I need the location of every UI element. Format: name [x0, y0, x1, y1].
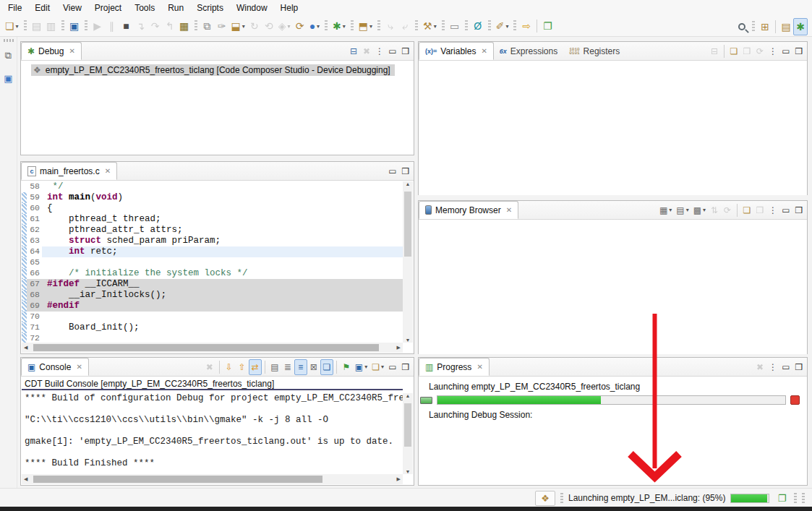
pin-console-button[interactable]: ⚑ — [340, 359, 353, 375]
search-button[interactable] — [735, 18, 749, 35]
open-command-shell-button[interactable]: ▭ — [448, 17, 462, 35]
scroll-up-icon[interactable]: ▲ — [406, 181, 411, 186]
console-horizontal-scrollbar[interactable]: ◀ ▶ — [22, 474, 403, 484]
tab-console[interactable]: ▣ Console ✕ — [21, 358, 89, 376]
debug-session-row[interactable]: ❖ empty_LP_EM_CC2340R5_freertos_ticlang … — [31, 64, 395, 76]
show-console-button[interactable]: ▣ — [67, 17, 82, 35]
menu-run[interactable]: Run — [161, 0, 190, 16]
close-icon[interactable]: ✕ — [481, 47, 487, 55]
new-window-button[interactable]: ❐ — [540, 17, 555, 35]
maximize-button[interactable]: ❒ — [399, 163, 412, 179]
clear-console-button[interactable]: ⊠ — [307, 359, 320, 375]
word-wrap-button[interactable]: ≡ — [294, 359, 307, 375]
scrollbar-thumb[interactable] — [404, 192, 411, 257]
chevron-down-icon[interactable]: ▾ — [343, 23, 346, 30]
scroll-down-icon[interactable]: ▼ — [406, 469, 411, 474]
scroll-up-icon[interactable]: ▲ — [406, 393, 411, 398]
load-program-button[interactable]: ⬓▾ — [229, 17, 247, 35]
view-menu-button[interactable]: ⋮ — [766, 202, 779, 218]
connect-target-button[interactable]: ⧉ — [200, 17, 215, 35]
chevron-down-icon[interactable]: ▾ — [505, 23, 508, 30]
scrollbar-thumb[interactable] — [404, 403, 411, 447]
menu-help[interactable]: Help — [274, 0, 305, 16]
chevron-down-icon[interactable]: ▾ — [686, 207, 689, 213]
menu-window[interactable]: Window — [230, 0, 274, 16]
show-progress-view-button[interactable]: ❐ — [774, 489, 789, 507]
maximize-button[interactable]: ❒ — [792, 43, 805, 59]
memory-content[interactable] — [419, 220, 807, 354]
console-output[interactable]: **** Build of configuration Debug for pr… — [22, 393, 403, 474]
editor-horizontal-scrollbar[interactable]: ◀ ▶ — [22, 343, 403, 353]
scroll-down-icon[interactable]: ▼ — [406, 338, 411, 343]
new-tab-button[interactable]: ❏ — [740, 202, 753, 218]
chevron-down-icon[interactable]: ▾ — [434, 23, 437, 30]
save-memory-button[interactable]: ▤▾ — [674, 202, 691, 218]
display-console-button[interactable]: ▣▾ — [353, 359, 369, 375]
tab-expressions[interactable]: 6x Expressions — [494, 42, 563, 60]
tab-registers[interactable]: 1010 0101 Registers — [563, 42, 625, 60]
menu-view[interactable]: View — [56, 0, 88, 16]
next-console-button[interactable]: ⇩ — [223, 359, 236, 375]
maximize-button[interactable]: ❒ — [792, 359, 805, 375]
scroll-left-icon[interactable]: ◀ — [24, 476, 27, 482]
minimize-button[interactable]: ▭ — [779, 359, 792, 375]
scroll-lock-button[interactable]: ≣ — [281, 359, 294, 375]
minimize-button[interactable]: ▭ — [386, 163, 399, 179]
cancel-operation-button[interactable] — [790, 395, 800, 405]
minimize-button[interactable]: ▭ — [386, 359, 399, 375]
device-options-button[interactable]: ▦▾ — [657, 202, 674, 218]
previous-console-button[interactable]: ⇧ — [236, 359, 249, 375]
new-wizard-button[interactable]: ❏▾ — [3, 17, 21, 35]
open-console-button[interactable]: ❏▾ — [369, 359, 386, 375]
view-registers-button[interactable]: ▦ — [177, 17, 192, 35]
chevron-down-icon[interactable]: ▾ — [317, 23, 320, 30]
minimize-button[interactable]: ▭ — [779, 43, 792, 59]
load-memory-button[interactable]: ⬒▾ — [356, 17, 375, 35]
minimize-button[interactable]: ▭ — [779, 202, 792, 218]
chevron-down-icon[interactable]: ▾ — [16, 23, 19, 30]
scroll-right-icon[interactable]: ▶ — [397, 476, 401, 482]
chevron-down-icon[interactable]: ▾ — [242, 23, 245, 30]
status-launch-button[interactable]: ❖ — [535, 491, 555, 506]
chevron-down-icon[interactable]: ▾ — [669, 207, 672, 213]
auto-connect-button[interactable]: ✑ — [215, 17, 229, 35]
minimize-button[interactable]: ▭ — [386, 43, 399, 59]
show-on-output-button[interactable]: ❏ — [320, 359, 333, 375]
variables-content[interactable] — [419, 61, 807, 195]
collapse-all-button[interactable]: ⊟ — [347, 43, 360, 59]
tab-progress[interactable]: ▥ Progress ✕ — [419, 358, 490, 376]
flash-button[interactable]: ✐▾ — [494, 17, 511, 35]
chevron-down-icon[interactable]: ▾ — [381, 364, 384, 370]
code-editor[interactable]: 58 */59int main(void)60{61 pthread_t thr… — [22, 181, 403, 343]
scroll-right-icon[interactable]: ▶ — [397, 345, 401, 351]
view-menu-button[interactable]: ⋮ — [766, 43, 779, 59]
maximize-button[interactable]: ❒ — [399, 43, 412, 59]
tab-debug[interactable]: ✱ Debug ✕ — [21, 42, 82, 60]
ccs-debug-perspective-button[interactable]: ✱ — [793, 18, 808, 35]
maximize-button[interactable]: ❒ — [399, 359, 412, 375]
ccs-edit-perspective-button[interactable]: ▤ — [779, 18, 793, 35]
switch-console-button[interactable]: ⇄ — [249, 359, 262, 375]
terminate-button[interactable]: ■ — [119, 17, 134, 35]
console-vertical-scrollbar[interactable]: ▲ ▼ — [403, 393, 413, 474]
refresh-target-button[interactable]: ⟳ — [293, 17, 307, 35]
scrollbar-thumb[interactable] — [33, 476, 322, 483]
save-output-button[interactable]: ▤ — [268, 359, 281, 375]
tab-variables[interactable]: (x)= Variables ✕ — [419, 42, 494, 60]
new-button[interactable]: ❏ — [727, 43, 740, 59]
new-target-config-button[interactable]: ●▾ — [307, 17, 322, 35]
scroll-left-icon[interactable]: ◀ — [24, 345, 27, 351]
close-icon[interactable]: ✕ — [76, 363, 82, 371]
close-icon[interactable]: ✕ — [476, 363, 482, 371]
view-menu-button[interactable]: ⋮ — [373, 43, 386, 59]
close-icon[interactable]: ✕ — [69, 47, 74, 55]
menu-tools[interactable]: Tools — [128, 0, 161, 16]
maximize-button[interactable]: ❒ — [792, 202, 805, 218]
project-explorer-shortcut[interactable]: ▣ — [0, 69, 17, 87]
tab-main-freertos[interactable]: c main_freertos.c ✕ — [21, 162, 117, 180]
chevron-down-icon[interactable]: ▾ — [288, 23, 291, 30]
halt-button[interactable]: Ø — [471, 17, 485, 35]
view-menu-button[interactable]: ⋮ — [766, 359, 779, 375]
menu-file[interactable]: File — [1, 0, 28, 16]
open-perspective-button[interactable]: ⊞ — [758, 18, 772, 35]
